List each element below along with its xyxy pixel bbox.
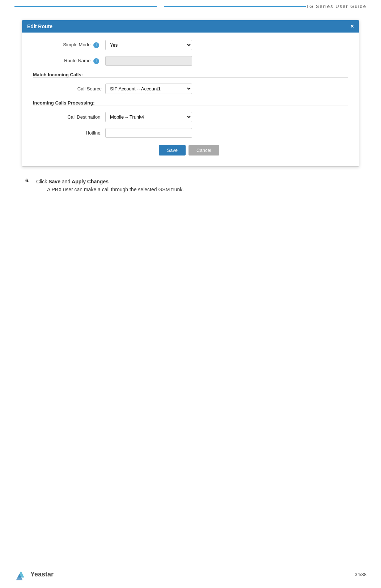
simple-mode-select[interactable]: Yes	[105, 40, 192, 50]
incoming-processing-section: Incoming Calls Processing:	[33, 100, 348, 106]
match-incoming-divider	[33, 77, 348, 78]
footer: Yeastar 34/88	[0, 568, 381, 581]
main-content: Edit Route × Simple Mode i : Yes Route N…	[0, 13, 381, 204]
step-6-content: Click Save and Apply Changes A PBX user …	[36, 178, 184, 194]
route-name-input[interactable]: FromS100	[105, 56, 192, 66]
incoming-processing-label: Incoming Calls Processing:	[33, 100, 95, 106]
route-name-row: Route Name i : FromS100	[33, 56, 348, 66]
save-bold-text: Save	[48, 179, 60, 184]
dialog-title: Edit Route	[27, 24, 52, 29]
hotline-row: Hotline:	[33, 128, 348, 138]
header-line-right	[164, 6, 306, 7]
simple-mode-info-icon[interactable]: i	[93, 42, 99, 48]
dialog-close-button[interactable]: ×	[351, 23, 354, 30]
route-name-info-icon[interactable]: i	[93, 58, 99, 64]
header-line-left	[14, 6, 157, 7]
call-destination-select[interactable]: Mobile -- Trunk4	[105, 112, 192, 122]
dialog-header: Edit Route ×	[22, 20, 359, 33]
dialog-body: Simple Mode i : Yes Route Name i : FromS…	[22, 33, 359, 166]
steps-section: 6. Click Save and Apply Changes A PBX us…	[22, 178, 359, 194]
yeastar-logo-icon	[14, 568, 27, 581]
incoming-processing-divider	[33, 106, 348, 106]
call-source-label: Call Source	[33, 86, 105, 91]
hotline-label: Hotline:	[33, 130, 105, 136]
cancel-button[interactable]: Cancel	[189, 145, 219, 155]
save-button[interactable]: Save	[159, 145, 186, 155]
match-incoming-label: Match Incoming Calls:	[33, 72, 83, 77]
call-source-select[interactable]: SIP Account -- Account1	[105, 84, 192, 94]
step-6-number: 6.	[25, 178, 33, 194]
call-destination-row: Call Destination: Mobile -- Trunk4	[33, 112, 348, 122]
page-number: 34/88	[355, 572, 367, 577]
dialog-buttons: Save Cancel	[33, 145, 348, 155]
edit-route-dialog: Edit Route × Simple Mode i : Yes Route N…	[22, 20, 359, 167]
call-destination-label: Call Destination:	[33, 114, 105, 120]
route-name-label: Route Name i :	[33, 58, 105, 64]
call-source-row: Call Source SIP Account -- Account1	[33, 84, 348, 94]
simple-mode-row: Simple Mode i : Yes	[33, 40, 348, 50]
page-header-title: TG Series User Guide	[306, 4, 367, 9]
apply-changes-bold-text: Apply Changes	[72, 179, 109, 184]
hotline-input[interactable]	[105, 128, 192, 138]
footer-logo: Yeastar	[14, 568, 54, 581]
match-incoming-section: Match Incoming Calls:	[33, 72, 348, 78]
step-6-sub-text: A PBX user can make a call through the s…	[47, 186, 184, 193]
step-6-item: 6. Click Save and Apply Changes A PBX us…	[25, 178, 359, 194]
simple-mode-label: Simple Mode i :	[33, 42, 105, 48]
logo-text: Yeastar	[30, 571, 54, 578]
